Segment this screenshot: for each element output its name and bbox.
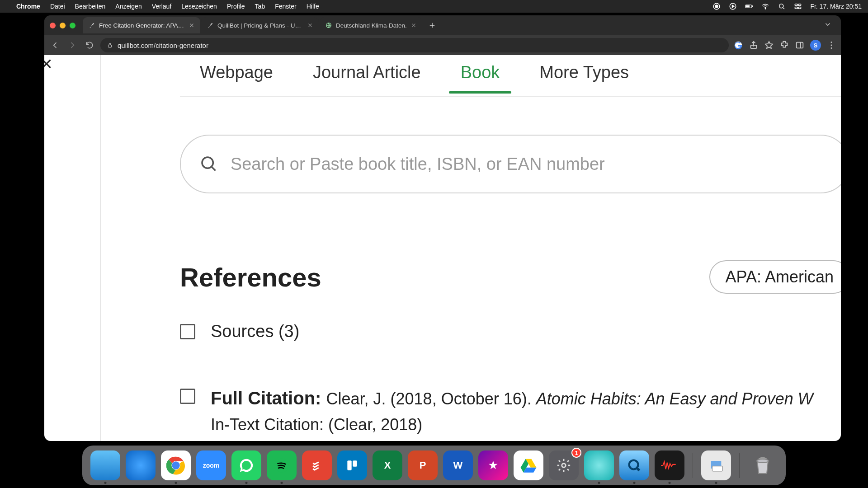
menu-tab[interactable]: Tab bbox=[255, 3, 265, 10]
dock-safari[interactable] bbox=[126, 450, 156, 480]
book-search-input[interactable] bbox=[231, 155, 831, 174]
menubar-datetime[interactable]: Fr. 17. März 20:51 bbox=[810, 3, 862, 10]
window-zoom-button[interactable] bbox=[70, 23, 75, 28]
window-controls bbox=[50, 23, 75, 28]
intext-citation-value: (Clear, 2018) bbox=[328, 415, 422, 434]
svg-point-17 bbox=[831, 42, 832, 43]
bookmark-star-icon[interactable] bbox=[764, 40, 774, 50]
tab-close-icon[interactable] bbox=[307, 22, 313, 28]
menubar-app-name[interactable]: Chrome bbox=[16, 3, 40, 10]
tab-close-icon[interactable] bbox=[189, 22, 195, 28]
menu-hilfe[interactable]: Hilfe bbox=[307, 3, 319, 10]
citation-style-picker[interactable]: APA: American bbox=[709, 260, 841, 294]
dock-imovie[interactable]: ★ bbox=[478, 450, 508, 480]
svg-rect-16 bbox=[797, 42, 803, 48]
tab-book[interactable]: Book bbox=[441, 58, 520, 93]
sidebar-divider bbox=[100, 55, 101, 441]
dock-trash[interactable] bbox=[748, 450, 778, 480]
tab-strip: Free Citation Generator: APA, … QuillBot… bbox=[44, 15, 841, 35]
back-button[interactable] bbox=[49, 39, 61, 52]
wifi-icon[interactable] bbox=[761, 2, 769, 10]
tab-title: QuillBot | Pricing & Plans - Up… bbox=[217, 22, 303, 29]
citation-author-date: Clear, J. (2018, October 16). bbox=[326, 389, 536, 408]
chrome-window: Free Citation Generator: APA, … QuillBot… bbox=[44, 15, 841, 441]
dock-finder[interactable] bbox=[90, 450, 120, 480]
svg-rect-13 bbox=[108, 45, 112, 47]
macos-dock: zoom X P W ★ 1 bbox=[82, 446, 786, 485]
full-citation-label: Full Citation: bbox=[211, 388, 326, 408]
svg-rect-4 bbox=[752, 6, 753, 7]
new-tab-button[interactable] bbox=[426, 19, 439, 32]
dock-zoom[interactable]: zoom bbox=[196, 450, 226, 480]
tab-journal-article[interactable]: Journal Article bbox=[293, 58, 441, 93]
svg-point-6 bbox=[765, 9, 766, 9]
dock-app-teal[interactable] bbox=[584, 450, 614, 480]
dock-trello[interactable] bbox=[337, 450, 367, 480]
dock-preview[interactable] bbox=[701, 450, 731, 480]
play-queue-icon[interactable] bbox=[729, 2, 737, 10]
control-center-icon[interactable] bbox=[794, 2, 802, 10]
macos-menubar: Chrome Datei Bearbeiten Anzeigen Verlauf… bbox=[0, 0, 868, 13]
citation-item: Full Citation: Clear, J. (2018, October … bbox=[180, 384, 841, 437]
dock-todoist[interactable] bbox=[302, 450, 332, 480]
extensions-icon[interactable] bbox=[779, 40, 789, 50]
browser-tab-klima[interactable]: Deutschland Klima-Daten. bbox=[320, 17, 422, 33]
battery-icon[interactable] bbox=[745, 2, 753, 10]
book-search-bar[interactable] bbox=[180, 135, 841, 193]
svg-rect-9 bbox=[798, 4, 801, 6]
dock-system-settings[interactable]: 1 bbox=[549, 450, 579, 480]
menu-lesezeichen[interactable]: Lesezeichen bbox=[181, 3, 217, 10]
svg-rect-5 bbox=[746, 5, 750, 7]
svg-rect-8 bbox=[795, 4, 798, 6]
share-icon[interactable] bbox=[749, 40, 759, 50]
google-services-icon[interactable] bbox=[733, 40, 743, 50]
lock-icon bbox=[107, 42, 113, 48]
dock-chrome[interactable] bbox=[161, 450, 191, 480]
select-all-checkbox[interactable] bbox=[180, 324, 195, 339]
svg-rect-29 bbox=[712, 466, 723, 471]
dock-whatsapp[interactable] bbox=[231, 450, 261, 480]
tabs-dropdown-button[interactable] bbox=[824, 20, 832, 30]
intext-citation-label: In-Text Citation: bbox=[211, 415, 328, 434]
reload-button[interactable] bbox=[83, 39, 96, 52]
spotlight-search-icon[interactable] bbox=[778, 2, 786, 10]
menu-anzeigen[interactable]: Anzeigen bbox=[115, 3, 142, 10]
svg-rect-25 bbox=[353, 460, 357, 466]
menu-profile[interactable]: Profile bbox=[227, 3, 245, 10]
dock-google-drive[interactable] bbox=[514, 450, 543, 480]
svg-point-18 bbox=[831, 45, 832, 46]
close-panel-icon[interactable]: × bbox=[44, 55, 52, 75]
window-close-button[interactable] bbox=[50, 23, 56, 28]
kebab-menu-icon[interactable] bbox=[826, 40, 836, 50]
tab-more-types[interactable]: More Types bbox=[519, 58, 649, 93]
dock-word[interactable]: W bbox=[443, 450, 473, 480]
dock-spotify[interactable] bbox=[267, 450, 297, 480]
svg-point-1 bbox=[715, 5, 718, 8]
svg-point-19 bbox=[831, 47, 832, 49]
browser-tab-pricing[interactable]: QuillBot | Pricing & Plans - Up… bbox=[201, 17, 319, 33]
address-bar[interactable]: quillbot.com/citation-generator bbox=[100, 38, 729, 52]
profile-avatar[interactable]: S bbox=[810, 40, 821, 51]
tab-title: Free Citation Generator: APA, … bbox=[99, 22, 185, 29]
dock-powerpoint[interactable]: P bbox=[408, 450, 438, 480]
tab-close-icon[interactable] bbox=[410, 22, 417, 28]
dock-excel[interactable]: X bbox=[373, 450, 402, 480]
menu-datei[interactable]: Datei bbox=[50, 3, 65, 10]
menu-verlauf[interactable]: Verlauf bbox=[152, 3, 172, 10]
browser-tab-citation[interactable]: Free Citation Generator: APA, … bbox=[83, 17, 200, 33]
forward-button[interactable] bbox=[66, 39, 79, 52]
dock-quicktime[interactable] bbox=[619, 450, 649, 480]
menu-bearbeiten[interactable]: Bearbeiten bbox=[75, 3, 106, 10]
tab-title: Deutschland Klima-Daten. bbox=[336, 22, 407, 29]
url-text: quillbot.com/citation-generator bbox=[118, 42, 208, 49]
globe-favicon-icon bbox=[325, 22, 332, 29]
menu-fenster[interactable]: Fenster bbox=[275, 3, 296, 10]
sidepanel-icon[interactable] bbox=[795, 40, 805, 50]
window-minimize-button[interactable] bbox=[60, 23, 66, 28]
citation-checkbox[interactable] bbox=[180, 389, 195, 404]
tab-webpage[interactable]: Webpage bbox=[180, 58, 293, 93]
screen-record-icon[interactable] bbox=[712, 2, 721, 10]
dock-voice-memos[interactable] bbox=[655, 450, 684, 480]
quillbot-favicon-icon bbox=[88, 22, 95, 29]
source-type-tabs: Webpage Journal Article Book More Types bbox=[180, 55, 841, 97]
